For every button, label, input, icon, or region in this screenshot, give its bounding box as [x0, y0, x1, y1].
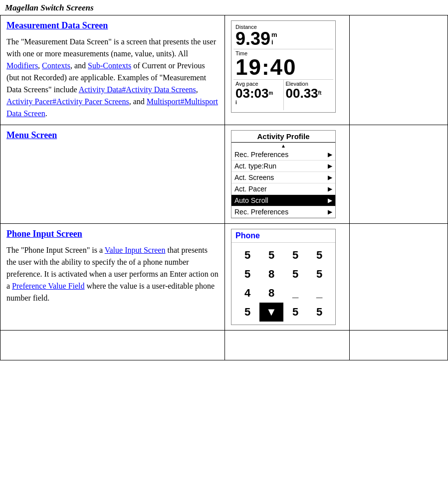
- phone-cell: 5: [307, 246, 331, 265]
- measurement-data-title[interactable]: Measurement Data Screen: [6, 20, 219, 31]
- table-row: Phone Input Screen The "Phone Input Scre…: [0, 224, 448, 331]
- menu-right-col: Activity Profile ▲ Rec. Preferences ▶ Ac…: [225, 125, 350, 224]
- menu-item: Act. Screens ▶: [231, 172, 335, 183]
- elevation-value: 00.33: [286, 86, 318, 101]
- distance-unit: mi: [271, 31, 277, 46]
- activity-data-link[interactable]: Activity Data#Activity Data Screens: [79, 85, 196, 94]
- activity-pacer-link[interactable]: Activity Pacer#Activity Pacer Screens: [6, 97, 129, 106]
- measurement-left-col: Measurement Data Screen The "Measurement…: [0, 15, 225, 125]
- phone-cell: 5: [259, 246, 283, 265]
- phone-cell: _: [283, 284, 307, 303]
- phone-cell: 8: [259, 284, 283, 303]
- phone-cell: 5: [283, 246, 307, 265]
- menu-item: Act. Pacer ▶: [231, 183, 335, 195]
- menu-empty-col: [350, 125, 448, 224]
- modifiers-link[interactable]: Modifiers: [6, 61, 38, 70]
- phone-cell: 5: [235, 265, 259, 284]
- contexts-link[interactable]: Contexts: [42, 61, 70, 70]
- menu-image: Activity Profile ▲ Rec. Preferences ▶ Ac…: [231, 130, 336, 218]
- menu-screen-title[interactable]: Menu Screen: [6, 130, 219, 141]
- menu-item-arrow: ▶: [328, 151, 332, 158]
- menu-left-col: Menu Screen: [0, 125, 225, 224]
- menu-item-arrow: ▶: [328, 174, 332, 181]
- phone-cell: 4: [235, 284, 259, 303]
- phone-cell: 5: [307, 303, 331, 322]
- phone-empty-col: [350, 224, 448, 331]
- phone-cell: 5: [283, 303, 307, 322]
- menu-item-label: Act. Pacer: [234, 185, 267, 193]
- empty-col: [350, 331, 448, 360]
- table-row: Menu Screen Activity Profile ▲ Rec. Pref…: [0, 125, 448, 224]
- phone-input-title[interactable]: Phone Input Screen: [6, 229, 219, 239]
- phone-right-col: Phone 5 5 5 5 5 8 5 5 4 8 _ _: [225, 224, 350, 331]
- time-value-row: 19:40: [235, 56, 331, 78]
- avgpace-cell: Avg pace 03:03mi: [233, 80, 284, 110]
- menu-item-label: Act. type:Run: [234, 162, 276, 170]
- measurement-description: The "Measurement Data Screen" is a scree…: [6, 36, 219, 120]
- time-value: 19:40: [235, 55, 297, 79]
- phone-cell: 5: [235, 303, 259, 322]
- menu-item-arrow: ▶: [328, 197, 332, 204]
- avgpace-value-row: 03:03mi: [235, 87, 281, 109]
- table-row-empty: [0, 331, 448, 360]
- distance-value-row: 9.39 mi: [235, 30, 331, 48]
- phone-cell: 5: [283, 265, 307, 284]
- bottom-measurements: Avg pace 03:03mi Elevation 00.33ft: [233, 79, 333, 110]
- menu-item-label: Act. Screens: [234, 173, 274, 181]
- preference-value-field-link[interactable]: Preference Value Field: [12, 282, 84, 290]
- measurement-empty-col: [350, 15, 448, 125]
- menu-item-label: Rec. Preferences: [234, 151, 288, 159]
- phone-cell-cursor: ▼: [259, 303, 283, 322]
- menu-item: Rec. Preferences ▶: [231, 206, 335, 218]
- distance-value: 9.39: [235, 30, 270, 48]
- phone-image: Phone 5 5 5 5 5 8 5 5 4 8 _ _: [231, 229, 336, 325]
- menu-item-label: Rec. Preferences: [234, 208, 288, 216]
- empty-right: [225, 331, 350, 360]
- phone-cell: 8: [259, 265, 283, 284]
- measurement-right-col: Distance 9.39 mi Time 19:40 Avg pace: [225, 15, 350, 125]
- sub-contexts-link[interactable]: Sub-Contexts: [88, 61, 131, 70]
- value-input-screen-link[interactable]: Value Input Screen: [105, 246, 166, 254]
- phone-cell: 5: [307, 265, 331, 284]
- phone-cell: _: [307, 284, 331, 303]
- menu-scroll-up-icon: ▲: [231, 143, 335, 149]
- table-row: Measurement Data Screen The "Measurement…: [0, 15, 448, 125]
- distance-section: Distance 9.39 mi: [233, 23, 333, 49]
- phone-left-col: Phone Input Screen The "Phone Input Scre…: [0, 224, 225, 331]
- measurement-image: Distance 9.39 mi Time 19:40 Avg pace: [231, 20, 336, 113]
- menu-item-arrow: ▶: [328, 185, 332, 192]
- page-title: Magellan Switch Screens: [0, 0, 448, 15]
- menu-item: Rec. Preferences ▶: [231, 149, 335, 161]
- menu-item-label: Auto Scroll: [234, 196, 268, 204]
- empty-left: [0, 331, 225, 360]
- elevation-unit: ft: [318, 90, 322, 96]
- elevation-value-row: 00.33ft: [286, 87, 332, 100]
- elevation-cell: Elevation 00.33ft: [284, 80, 334, 110]
- time-section: Time 19:40: [233, 49, 333, 79]
- menu-item-arrow: ▶: [328, 208, 332, 215]
- phone-header: Phone: [231, 229, 335, 243]
- avgpace-value: 03:03: [235, 86, 269, 101]
- menu-item-arrow: ▶: [328, 163, 332, 169]
- phone-cell: 5: [235, 246, 259, 265]
- phone-grid: 5 5 5 5 5 8 5 5 4 8 _ _ 5 ▼: [231, 243, 335, 325]
- phone-description: The "Phone Input Screen" is a Value Inpu…: [6, 244, 219, 304]
- menu-header: Activity Profile: [231, 131, 335, 143]
- menu-item: Act. type:Run ▶: [231, 161, 335, 172]
- menu-item-selected: Auto Scroll ▶: [231, 195, 335, 206]
- main-table: Measurement Data Screen The "Measurement…: [0, 15, 448, 360]
